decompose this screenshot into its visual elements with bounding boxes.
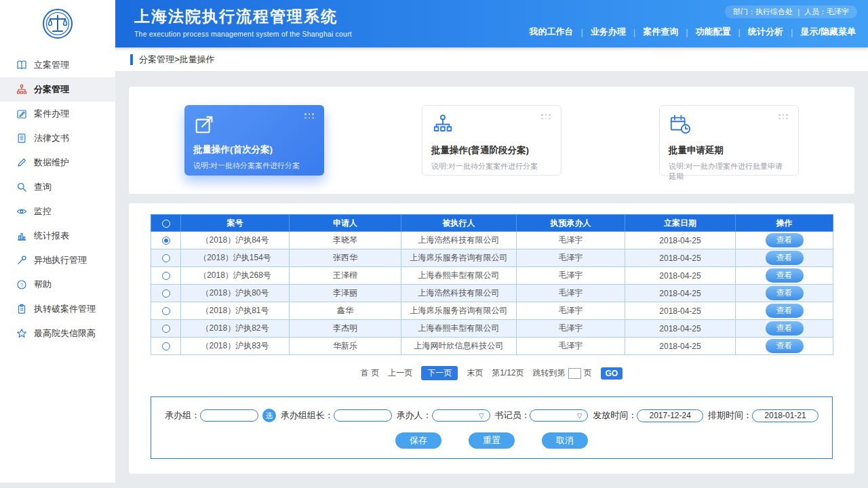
view-button[interactable]: 查看 <box>766 304 804 318</box>
cell-date: 2018-04-25 <box>625 302 736 320</box>
cell-executee: 上海春熙丰型有限公司 <box>401 267 517 285</box>
cell-applicant: 王泽楷 <box>290 267 401 285</box>
pen-icon <box>16 157 27 168</box>
sidebar-item-legal-documents[interactable]: 法律文书 <box>0 126 115 150</box>
sidebar-item-supreme-court-restriction[interactable]: 最高院失信限高 <box>0 321 115 346</box>
court-emblem-icon <box>41 7 74 40</box>
cell-case-no: （2018）沪执82号 <box>181 320 290 338</box>
sidebar-item-remote-execution[interactable]: 异地执行管理 <box>0 248 115 272</box>
cell-handler: 毛泽宇 <box>517 232 625 249</box>
card-desc: 说明:对一批办理案件进行批量申请延期 <box>669 161 789 182</box>
page-prev[interactable]: 上一页 <box>388 367 412 379</box>
view-button[interactable]: 查看 <box>766 286 804 300</box>
reset-button[interactable]: 重置 <box>469 432 515 449</box>
user-info-chip: 部门：执行综合处 ｜ 人员：毛泽宇 <box>725 5 857 18</box>
view-button[interactable]: 查看 <box>766 321 804 336</box>
sidebar-item-bankruptcy-cases[interactable]: 执转破案件管理 <box>0 297 115 321</box>
card-more-icon[interactable] <box>778 114 790 119</box>
sidebar-item-case-division[interactable]: 分案管理 <box>0 77 115 102</box>
sidebar-item-monitoring[interactable]: 监控 <box>0 199 115 224</box>
sidebar-item-case-handling[interactable]: 案件办理 <box>0 102 115 126</box>
document-icon <box>16 133 27 144</box>
jump-page-input[interactable] <box>568 368 581 379</box>
nav-business[interactable]: 业务办理 <box>589 26 627 38</box>
row-radio[interactable] <box>162 254 170 262</box>
card-title: 批量操作(普通阶段分案) <box>431 144 552 157</box>
sidebar-item-label: 法律文书 <box>34 132 69 144</box>
go-button[interactable]: GO <box>601 367 623 380</box>
nav-config[interactable]: 功能配置 <box>694 26 732 38</box>
page-info: 第1/12页 <box>492 367 524 379</box>
card-desc: 说明:对一批待分案案件进行分案 <box>193 161 315 171</box>
view-button[interactable]: 查看 <box>766 251 804 265</box>
calendar-clock-icon <box>669 127 692 138</box>
page-first[interactable]: 首 页 <box>361 367 379 379</box>
save-button[interactable]: 保存 <box>395 432 441 449</box>
card-batch-extension[interactable]: 批量申请延期 说明:对一批办理案件进行批量申请延期 <box>659 105 799 176</box>
sidebar-item-query[interactable]: 查询 <box>0 175 115 199</box>
group-input[interactable] <box>200 409 258 422</box>
table-header-row: 案号 申请人 被执行人 执预承办人 立案日期 操作 <box>151 215 833 232</box>
view-button[interactable]: 查看 <box>766 268 804 283</box>
chevron-down-icon: ▽ <box>479 412 484 420</box>
cell-applicant: 张西华 <box>290 249 401 267</box>
cases-table: 案号 申请人 被执行人 执预承办人 立案日期 操作 （2018）沪执84号 李晓… <box>151 214 833 355</box>
cell-applicant: 李晓琴 <box>290 232 401 249</box>
col-executee: 被执行人 <box>401 215 517 232</box>
jump-prefix: 跳转到第 <box>533 367 566 379</box>
clerk-select[interactable]: ▽ <box>530 409 588 422</box>
sidebar-item-label: 异地执行管理 <box>34 254 87 266</box>
cell-applicant: 鑫华 <box>290 302 401 320</box>
sidebar-item-data-maintenance[interactable]: 数据维护 <box>0 150 115 175</box>
table-row: （2018）沪执83号 华新乐 上海网叶欣信息科技公司 毛泽宇 2018-04-… <box>151 338 833 355</box>
leader-input[interactable] <box>334 409 392 422</box>
page-next[interactable]: 下一页 <box>421 366 458 380</box>
search-icon <box>16 182 27 192</box>
row-radio[interactable] <box>162 289 170 298</box>
nav-workbench[interactable]: 我的工作台 <box>528 26 574 38</box>
nav-toggle-menu[interactable]: 显示/隐藏菜单 <box>799 26 857 38</box>
table-row: （2018）沪执81号 鑫华 上海席乐服务咨询有限公司 毛泽宇 2018-04-… <box>151 302 833 320</box>
sidebar-item-statistics-report[interactable]: 统计报表 <box>0 224 115 248</box>
card-batch-first-division[interactable]: 批量操作(首次分案) 说明:对一批待分案案件进行分案 <box>184 105 324 176</box>
external-arrow-icon <box>193 126 216 138</box>
nav-case-query[interactable]: 案件查询 <box>642 26 679 38</box>
row-radio[interactable] <box>162 342 170 350</box>
sidebar-item-help[interactable]: ? 帮助 <box>0 272 115 297</box>
svg-text:?: ? <box>20 282 24 288</box>
schedule-date-field[interactable]: 2018-01-21 <box>752 409 818 422</box>
sidebar-item-case-filing[interactable]: 立案管理 <box>0 53 115 77</box>
issue-date-field[interactable]: 2017-12-24 <box>637 409 703 422</box>
sidebar-item-label: 最高院失信限高 <box>34 327 96 340</box>
row-radio[interactable] <box>162 272 170 280</box>
select-all-radio[interactable] <box>162 220 170 228</box>
issue-date-label: 发放时间： <box>593 409 637 422</box>
cell-date: 2018-04-25 <box>625 285 736 302</box>
department-label: 部门：执行综合处 <box>733 7 793 16</box>
cancel-button[interactable]: 取消 <box>542 432 588 449</box>
card-more-icon[interactable] <box>541 114 553 119</box>
handler-select[interactable]: ▽ <box>432 409 490 422</box>
col-handler: 执预承办人 <box>517 215 625 232</box>
assignment-form: 承办组： 选 承办组组长： 承办人： ▽ 书记员： ▽ 发放时间： <box>151 396 833 459</box>
card-more-icon[interactable] <box>304 113 316 119</box>
view-button[interactable]: 查看 <box>766 233 804 247</box>
jump-suffix: 页 <box>584 367 592 379</box>
cell-executee: 上海春熙丰型有限公司 <box>401 320 517 338</box>
breadcrumb: 分案管理>批量操作 <box>139 54 215 66</box>
page-last[interactable]: 末页 <box>467 367 483 379</box>
sidebar-item-label: 执转破案件管理 <box>34 303 96 315</box>
split-icon <box>16 84 27 95</box>
card-batch-normal-division[interactable]: 批量操作(普通阶段分案) 说明:对一批待分案案件进行分案 <box>422 105 561 176</box>
table-row: （2018）沪执82号 李杰明 上海春熙丰型有限公司 毛泽宇 2018-04-2… <box>151 320 833 338</box>
row-radio[interactable] <box>162 237 170 245</box>
cell-case-no: （2018）沪执83号 <box>181 338 290 355</box>
cell-handler: 毛泽宇 <box>517 338 625 355</box>
cell-handler: 毛泽宇 <box>517 249 625 267</box>
nav-statistics[interactable]: 统计分析 <box>747 26 785 38</box>
wrench-icon <box>16 255 27 266</box>
row-radio[interactable] <box>162 307 170 315</box>
row-radio[interactable] <box>162 325 170 333</box>
group-select-button[interactable]: 选 <box>262 409 276 422</box>
view-button[interactable]: 查看 <box>766 339 804 353</box>
